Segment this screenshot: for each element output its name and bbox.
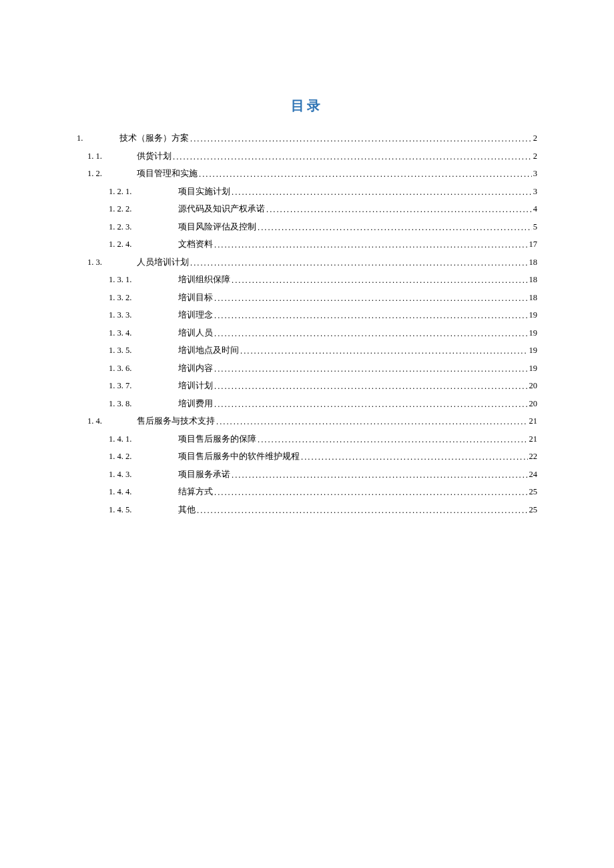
toc-entry[interactable]: 1. 4. 2.项目售后服务中的软件维护规程22 xyxy=(77,448,537,466)
toc-entry[interactable]: 1. 3. 7.培训计划20 xyxy=(77,377,537,395)
toc-page: 18 xyxy=(529,289,538,307)
toc-number: 1. 3. 2. xyxy=(109,289,178,307)
toc-number: 1. 4. 2. xyxy=(109,448,178,466)
toc-leader xyxy=(232,272,528,290)
toc-number: 1. 4. xyxy=(87,412,137,430)
toc-text: 项目服务承诺 xyxy=(178,466,230,484)
toc-number: 1. 4. 1. xyxy=(109,430,178,448)
toc-number: 1. 3. 5. xyxy=(109,342,178,360)
toc-leader xyxy=(199,165,532,183)
toc-entry[interactable]: 1. 2. 3.项目风险评估及控制5 xyxy=(77,218,537,236)
toc-page: 4 xyxy=(533,200,537,218)
toc-page: 2 xyxy=(533,129,537,147)
toc-number: 1. 3. 6. xyxy=(109,360,178,378)
toc-leader xyxy=(214,290,528,308)
toc-leader xyxy=(197,502,528,520)
toc-text: 培训目标 xyxy=(178,289,213,307)
toc-number: 1. 2. 1. xyxy=(109,183,178,201)
toc-entry[interactable]: 1. 3.人员培训计划18 xyxy=(77,254,537,272)
toc-leader xyxy=(240,342,528,360)
toc-entry[interactable]: 1. 4. 3.项目服务承诺24 xyxy=(77,466,537,484)
toc-number: 1. 4. 3. xyxy=(109,466,178,484)
toc-entry[interactable]: 1.技术（服务）方案2 xyxy=(77,129,537,147)
toc-text: 项目管理和实施 xyxy=(137,165,198,183)
toc-number: 1. 3. 8. xyxy=(109,395,178,413)
toc-page: 2 xyxy=(533,147,537,165)
toc-number: 1. 3. 7. xyxy=(109,377,178,395)
toc-text: 培训组织保障 xyxy=(178,271,230,289)
toc-entry[interactable]: 1. 2. 1.项目实施计划3 xyxy=(77,183,537,201)
toc-leader xyxy=(190,254,528,272)
toc-entry[interactable]: 1. 3. 5.培训地点及时间19 xyxy=(77,342,537,360)
toc-leader xyxy=(214,484,528,502)
toc-page: 19 xyxy=(529,324,538,342)
toc-page: 21 xyxy=(529,430,538,448)
toc-entry[interactable]: 1. 2.项目管理和实施3 xyxy=(77,165,537,183)
toc-entry[interactable]: 1. 3. 2.培训目标18 xyxy=(77,289,537,307)
toc-text: 结算方式 xyxy=(178,483,213,501)
toc-text: 培训理念 xyxy=(178,306,213,324)
toc-leader xyxy=(214,378,528,396)
toc-page: 3 xyxy=(533,183,537,201)
toc-leader xyxy=(232,183,532,201)
toc-text: 项目实施计划 xyxy=(178,183,230,201)
toc-page: 25 xyxy=(529,483,538,501)
toc-entry[interactable]: 1. 3. 3.培训理念19 xyxy=(77,306,537,324)
toc-text: 其他 xyxy=(178,501,196,519)
toc-leader xyxy=(258,219,532,237)
toc-entry[interactable]: 1. 2. 2.源代码及知识产权承诺4 xyxy=(77,200,537,218)
toc-leader xyxy=(214,307,528,325)
toc-number: 1. 2. 4. xyxy=(109,236,178,254)
toc-text: 供货计划 xyxy=(137,147,172,165)
toc-page: 25 xyxy=(529,501,538,519)
toc-text: 售后服务与技术支持 xyxy=(137,412,215,430)
toc-entry[interactable]: 1. 4. 4.结算方式25 xyxy=(77,483,537,501)
toc-entry[interactable]: 1. 4.售后服务与技术支持21 xyxy=(77,412,537,430)
toc-entry[interactable]: 1. 4. 5.其他25 xyxy=(77,501,537,519)
toc-leader xyxy=(190,130,532,148)
toc-entry[interactable]: 1. 4. 1.项目售后服务的保障21 xyxy=(77,430,537,448)
toc-text: 培训费用 xyxy=(178,395,213,413)
toc-number: 1. 3. 1. xyxy=(109,271,178,289)
toc-entry[interactable]: 1. 3. 6.培训内容19 xyxy=(77,360,537,378)
toc-title: 目录 xyxy=(77,97,537,115)
toc-list: 1.技术（服务）方案21. 1.供货计划21. 2.项目管理和实施31. 2. … xyxy=(77,129,537,518)
toc-leader xyxy=(214,325,528,343)
toc-text: 项目售后服务的保障 xyxy=(178,430,256,448)
toc-leader xyxy=(173,148,532,166)
toc-number: 1. 2. xyxy=(87,165,137,183)
toc-text: 培训计划 xyxy=(178,377,213,395)
toc-number: 1. 3. 3. xyxy=(109,306,178,324)
toc-number: 1. 2. 2. xyxy=(109,200,178,218)
toc-leader xyxy=(214,236,528,254)
toc-leader xyxy=(301,448,528,466)
toc-entry[interactable]: 1. 1.供货计划2 xyxy=(77,147,537,165)
toc-leader xyxy=(214,396,528,414)
toc-page: 19 xyxy=(529,360,538,378)
toc-entry[interactable]: 1. 3. 4.培训人员19 xyxy=(77,324,537,342)
toc-text: 文档资料 xyxy=(178,236,213,254)
toc-page: 20 xyxy=(529,395,538,413)
toc-text: 人员培训计划 xyxy=(137,254,189,272)
toc-leader xyxy=(214,360,528,378)
toc-page: 20 xyxy=(529,377,538,395)
toc-text: 项目风险评估及控制 xyxy=(178,218,256,236)
toc-leader xyxy=(266,201,532,219)
toc-text: 项目售后服务中的软件维护规程 xyxy=(178,448,300,466)
toc-text: 培训地点及时间 xyxy=(178,342,239,360)
toc-entry[interactable]: 1. 2. 4.文档资料17 xyxy=(77,236,537,254)
toc-number: 1. 1. xyxy=(87,147,137,165)
toc-number: 1. xyxy=(77,129,119,147)
toc-page: 18 xyxy=(529,254,538,272)
toc-number: 1. 4. 5. xyxy=(109,501,178,519)
toc-page: 24 xyxy=(529,466,538,484)
toc-page: 3 xyxy=(533,165,537,183)
toc-number: 1. 3. 4. xyxy=(109,324,178,342)
toc-entry[interactable]: 1. 3. 1.培训组织保障18 xyxy=(77,271,537,289)
toc-page: 19 xyxy=(529,342,538,360)
toc-page: 5 xyxy=(533,218,537,236)
toc-entry[interactable]: 1. 3. 8.培训费用20 xyxy=(77,395,537,413)
toc-text: 培训内容 xyxy=(178,360,213,378)
toc-text: 培训人员 xyxy=(178,324,213,342)
toc-leader xyxy=(216,413,528,431)
